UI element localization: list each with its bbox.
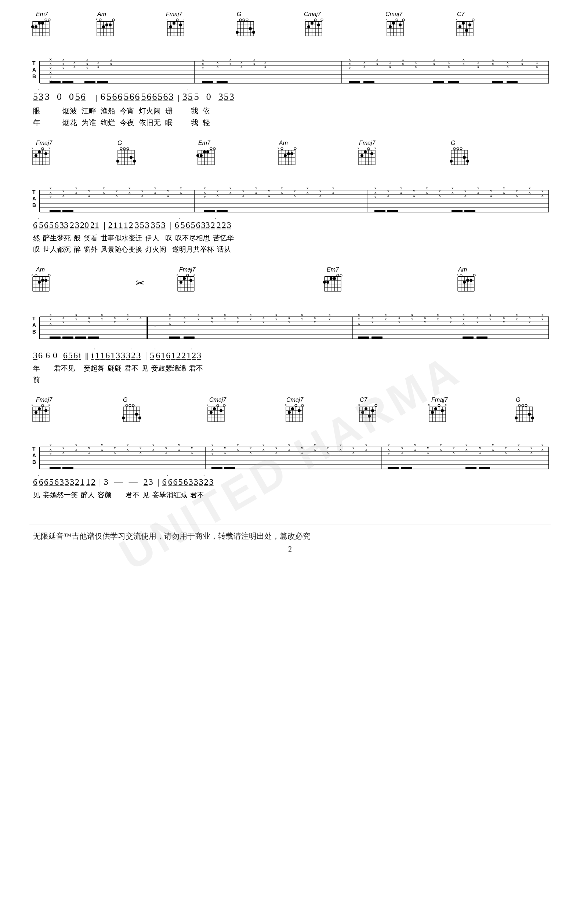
svg-text:x: x bbox=[169, 312, 171, 317]
svg-text:x: x bbox=[479, 446, 481, 450]
svg-text:x: x bbox=[314, 320, 316, 324]
svg-point-280 bbox=[284, 154, 287, 157]
svg-point-638 bbox=[209, 411, 213, 414]
svg-point-50 bbox=[169, 25, 172, 28]
svg-text:x: x bbox=[211, 315, 213, 320]
svg-text:x: x bbox=[217, 189, 219, 193]
svg-text:x: x bbox=[349, 66, 351, 70]
svg-text:x: x bbox=[229, 186, 232, 190]
svg-point-604 bbox=[41, 404, 44, 406]
svg-text:x: x bbox=[542, 317, 544, 321]
svg-rect-584 bbox=[183, 337, 194, 339]
svg-rect-414 bbox=[451, 210, 463, 212]
svg-point-486 bbox=[466, 279, 469, 282]
svg-point-108 bbox=[402, 19, 405, 21]
svg-text:x: x bbox=[255, 186, 257, 190]
svg-text:x: x bbox=[49, 70, 52, 74]
svg-text:x: x bbox=[450, 315, 452, 320]
svg-rect-581 bbox=[75, 337, 86, 339]
svg-point-52 bbox=[176, 19, 178, 21]
svg-text:x: x bbox=[328, 317, 331, 321]
svg-point-247 bbox=[133, 159, 136, 163]
svg-text:x: x bbox=[415, 64, 417, 69]
svg-text:x: x bbox=[402, 61, 404, 66]
svg-text:x: x bbox=[154, 190, 157, 194]
svg-text:x: x bbox=[505, 446, 507, 450]
svg-text:x: x bbox=[376, 61, 379, 66]
svg-text:x: x bbox=[207, 403, 209, 406]
svg-point-263 bbox=[206, 150, 209, 153]
svg-text:x: x bbox=[97, 60, 99, 64]
svg-text:x: x bbox=[453, 450, 455, 454]
svg-point-299 bbox=[367, 148, 370, 150]
svg-point-315 bbox=[453, 148, 456, 150]
svg-point-620 bbox=[125, 404, 128, 406]
svg-text:x: x bbox=[250, 450, 252, 454]
svg-point-67 bbox=[236, 31, 239, 34]
svg-text:x: x bbox=[306, 186, 309, 190]
svg-text:x: x bbox=[542, 193, 544, 197]
svg-rect-202 bbox=[84, 81, 96, 83]
svg-text:x: x bbox=[389, 60, 391, 64]
svg-text:x: x bbox=[374, 190, 377, 194]
svg-point-68 bbox=[239, 19, 242, 21]
svg-text:x: x bbox=[202, 66, 204, 70]
svg-text:x: x bbox=[211, 451, 214, 456]
notation-section-1: 5· 3 3 0 0 5 6 | 6 5 6 6 5 6 6 5 6 6 5 bbox=[30, 85, 550, 129]
svg-text:x: x bbox=[140, 446, 142, 450]
svg-text:x: x bbox=[101, 312, 103, 317]
svg-text:x: x bbox=[492, 61, 494, 66]
svg-point-282 bbox=[290, 152, 293, 155]
svg-text:x: x bbox=[242, 189, 244, 193]
svg-text:x: x bbox=[517, 447, 520, 451]
svg-point-316 bbox=[456, 148, 459, 150]
svg-point-431 bbox=[41, 279, 44, 282]
svg-text:x: x bbox=[114, 450, 116, 454]
svg-point-429 bbox=[35, 274, 37, 276]
svg-point-244 bbox=[124, 148, 125, 150]
svg-point-298 bbox=[364, 150, 367, 153]
svg-text:x: x bbox=[262, 442, 265, 447]
svg-point-467 bbox=[330, 277, 333, 280]
svg-text:x: x bbox=[229, 190, 232, 194]
notation-section-4: 6 · 6 6 5 6 3 3 3 2 1 1 2 | 3 — — 2 3 bbox=[30, 471, 550, 502]
svg-text:x: x bbox=[211, 447, 214, 451]
svg-text:Am: Am bbox=[97, 11, 106, 17]
svg-text:x: x bbox=[48, 146, 50, 150]
svg-text:A: A bbox=[32, 322, 36, 328]
svg-text:x: x bbox=[358, 317, 360, 321]
svg-text:x: x bbox=[277, 146, 279, 150]
svg-text:x: x bbox=[426, 186, 428, 190]
svg-rect-811 bbox=[388, 467, 399, 469]
svg-text:x: x bbox=[448, 64, 450, 69]
svg-point-261 bbox=[200, 154, 203, 157]
svg-text:x: x bbox=[110, 57, 112, 61]
svg-text:x: x bbox=[86, 61, 89, 66]
svg-text:x: x bbox=[268, 189, 270, 193]
svg-text:x: x bbox=[183, 320, 186, 324]
svg-point-36 bbox=[112, 19, 115, 21]
svg-text:x: x bbox=[542, 189, 544, 193]
notation-section-3: 3 6 6 0 6 5 6 i ‖ i · 1 1 6 1 3 3 bbox=[30, 344, 550, 386]
svg-text:x: x bbox=[401, 446, 404, 450]
svg-text:x: x bbox=[456, 273, 458, 276]
svg-text:x: x bbox=[376, 57, 379, 61]
svg-text:x: x bbox=[127, 312, 129, 317]
svg-text:x: x bbox=[191, 446, 193, 450]
svg-point-639 bbox=[213, 407, 216, 410]
svg-rect-410 bbox=[204, 210, 215, 212]
svg-text:x: x bbox=[529, 190, 531, 194]
svg-text:C7: C7 bbox=[360, 397, 368, 403]
svg-text:x: x bbox=[288, 447, 290, 451]
svg-text:x: x bbox=[275, 450, 277, 454]
svg-text:x: x bbox=[48, 403, 50, 406]
svg-text:x: x bbox=[253, 57, 255, 61]
svg-text:x: x bbox=[241, 60, 243, 64]
svg-text:x: x bbox=[101, 442, 103, 447]
svg-text:T: T bbox=[32, 60, 36, 66]
tab-staff-3: T A B xxx xx xx xx xx xx xx x - bbox=[30, 309, 550, 344]
svg-point-16 bbox=[41, 21, 44, 25]
svg-point-15 bbox=[38, 21, 41, 25]
svg-text:x: x bbox=[414, 447, 416, 451]
svg-text:x: x bbox=[114, 446, 116, 450]
